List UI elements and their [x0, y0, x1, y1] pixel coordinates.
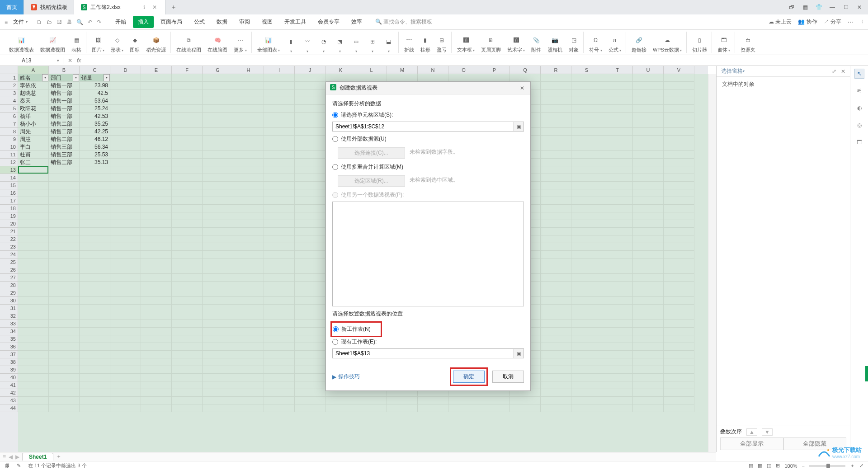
cell[interactable]	[172, 74, 203, 82]
row-head-11[interactable]: 11	[0, 151, 18, 159]
window-close-icon[interactable]: ✕	[855, 3, 863, 11]
col-head-U[interactable]: U	[633, 66, 664, 74]
cell[interactable]	[541, 374, 571, 381]
cell[interactable]	[264, 235, 295, 243]
cell[interactable]	[141, 366, 172, 374]
cell[interactable]	[633, 274, 664, 282]
cell[interactable]: 销售三部	[49, 159, 80, 166]
cell[interactable]	[233, 235, 264, 243]
ribbon-文本框[interactable]: 🅰文本框	[455, 32, 476, 53]
cell[interactable]	[110, 105, 141, 113]
cell[interactable]	[295, 151, 326, 159]
cell[interactable]	[49, 374, 80, 381]
cell[interactable]	[602, 305, 633, 312]
cell[interactable]	[203, 205, 233, 212]
cell[interactable]	[387, 74, 418, 82]
show-all-button[interactable]: 全部显示	[720, 437, 783, 450]
cell[interactable]	[172, 320, 203, 328]
cell[interactable]	[203, 389, 233, 397]
cell[interactable]	[295, 212, 326, 220]
cell[interactable]	[295, 235, 326, 243]
cell[interactable]	[80, 220, 110, 228]
menu-tab-页面布局[interactable]: 页面布局	[156, 16, 187, 28]
cell[interactable]	[541, 212, 571, 220]
cell[interactable]	[172, 182, 203, 189]
existing-range-picker-icon[interactable]: ▣	[514, 348, 524, 358]
col-head-Q[interactable]: Q	[510, 66, 541, 74]
cell[interactable]	[233, 97, 264, 105]
cell[interactable]	[110, 128, 141, 136]
cell[interactable]	[172, 205, 203, 212]
row-head-33[interactable]: 33	[0, 320, 18, 328]
cell[interactable]	[172, 212, 203, 220]
cell[interactable]	[633, 335, 664, 343]
cell[interactable]	[141, 358, 172, 366]
cell[interactable]	[141, 328, 172, 335]
cell[interactable]	[664, 282, 694, 289]
cell[interactable]	[664, 289, 694, 297]
cell[interactable]: 杨小小	[18, 120, 49, 128]
cell[interactable]	[633, 89, 664, 97]
ribbon-图片[interactable]: 🖼图片	[90, 32, 106, 53]
cell[interactable]	[233, 105, 264, 113]
cell[interactable]	[18, 243, 49, 251]
cell[interactable]	[264, 389, 295, 397]
row-head-12[interactable]: 12	[0, 159, 18, 166]
cell[interactable]: 销售二部	[49, 136, 80, 143]
cell[interactable]	[541, 143, 571, 151]
row-head-17[interactable]: 17	[0, 197, 18, 205]
status-doc-icon[interactable]: 🗐	[5, 463, 9, 469]
cell[interactable]	[172, 328, 203, 335]
tab-add-button[interactable]: ＋	[168, 3, 179, 11]
cell[interactable]	[49, 166, 80, 174]
cell[interactable]	[18, 335, 49, 343]
cell[interactable]	[80, 381, 110, 389]
cell[interactable]	[203, 136, 233, 143]
radio-select-range[interactable]	[332, 112, 338, 118]
cell[interactable]	[664, 151, 694, 159]
cell[interactable]	[172, 89, 203, 97]
col-head-I[interactable]: I	[264, 66, 295, 74]
cell[interactable]	[233, 136, 264, 143]
cell[interactable]	[172, 243, 203, 251]
row-head-32[interactable]: 32	[0, 312, 18, 320]
cell[interactable]	[633, 235, 664, 243]
cell[interactable]	[602, 235, 633, 243]
cell[interactable]	[110, 305, 141, 312]
cell[interactable]	[203, 374, 233, 381]
cell[interactable]	[264, 74, 295, 82]
cell[interactable]	[602, 374, 633, 381]
cell[interactable]	[602, 166, 633, 174]
cell[interactable]	[295, 74, 326, 82]
cell[interactable]	[172, 220, 203, 228]
cell[interactable]	[264, 159, 295, 166]
cell[interactable]	[295, 197, 326, 205]
cell[interactable]	[264, 105, 295, 113]
cell[interactable]	[203, 320, 233, 328]
view-break-icon[interactable]: ◫	[767, 463, 771, 469]
cell[interactable]	[664, 358, 694, 366]
radio-multi[interactable]	[332, 164, 338, 170]
cell[interactable]	[172, 105, 203, 113]
view-read-icon[interactable]: ⊞	[776, 463, 780, 469]
cell[interactable]	[541, 282, 571, 289]
cell[interactable]	[571, 128, 602, 136]
cell[interactable]	[141, 189, 172, 197]
cell[interactable]	[633, 258, 664, 266]
cell[interactable]	[571, 381, 602, 389]
cell[interactable]	[110, 120, 141, 128]
opt-existing-sheet[interactable]: 现有工作表(E):	[332, 338, 524, 346]
col-head-S[interactable]: S	[571, 66, 602, 74]
cell[interactable]	[602, 74, 633, 82]
cell[interactable]	[295, 128, 326, 136]
view-page-icon[interactable]: ▦	[758, 463, 762, 469]
cell[interactable]	[49, 397, 80, 404]
cell[interactable]	[664, 328, 694, 335]
row-head-19[interactable]: 19	[0, 212, 18, 220]
cell[interactable]	[49, 320, 80, 328]
ribbon-全部图表[interactable]: 📊全部图表	[255, 32, 282, 53]
cell[interactable]	[633, 174, 664, 182]
cell[interactable]	[541, 258, 571, 266]
cell[interactable]	[203, 220, 233, 228]
qat-open-icon[interactable]: 🗁	[47, 19, 52, 25]
